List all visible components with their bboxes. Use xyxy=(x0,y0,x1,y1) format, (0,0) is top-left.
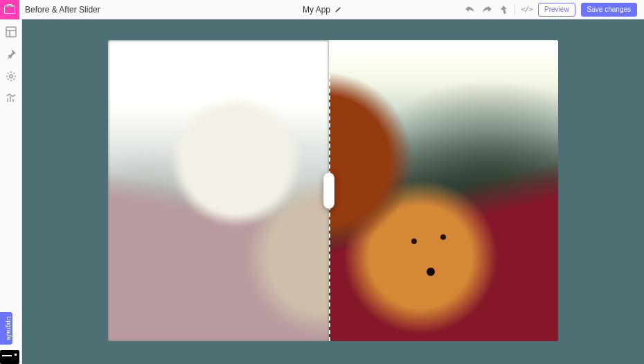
pin-icon[interactable] xyxy=(6,49,17,60)
chart-icon[interactable] xyxy=(6,93,17,104)
svg-rect-0 xyxy=(6,27,16,37)
redo-icon[interactable] xyxy=(481,4,492,15)
preview-button[interactable]: Preview xyxy=(538,3,575,17)
pencil-icon[interactable] xyxy=(334,6,341,13)
push-arrow-icon[interactable] xyxy=(498,4,509,15)
gear-icon[interactable] xyxy=(6,71,17,82)
brand-badge[interactable] xyxy=(0,350,19,364)
top-bar: Before & After Slider My App </> Preview… xyxy=(0,0,644,19)
topbar-actions: </> Preview Save changes xyxy=(465,0,644,19)
layout-icon[interactable] xyxy=(6,26,17,37)
after-image xyxy=(329,40,559,341)
project-title-group: My App xyxy=(303,0,341,19)
project-name[interactable]: My App xyxy=(303,5,330,15)
brand-logo[interactable] xyxy=(0,0,19,19)
slider-handle[interactable] xyxy=(323,173,334,209)
editor-canvas xyxy=(22,19,644,364)
camera-icon xyxy=(4,6,15,14)
app-title: Before & After Slider xyxy=(25,5,100,15)
save-button[interactable]: Save changes xyxy=(581,3,637,17)
before-image xyxy=(108,40,329,341)
undo-icon[interactable] xyxy=(465,4,476,15)
before-after-slider-widget[interactable] xyxy=(108,40,558,341)
upgrade-tag[interactable]: Upgrade xyxy=(0,312,12,345)
divider xyxy=(515,4,515,15)
svg-point-3 xyxy=(9,75,12,78)
code-icon[interactable]: </> xyxy=(521,5,533,14)
